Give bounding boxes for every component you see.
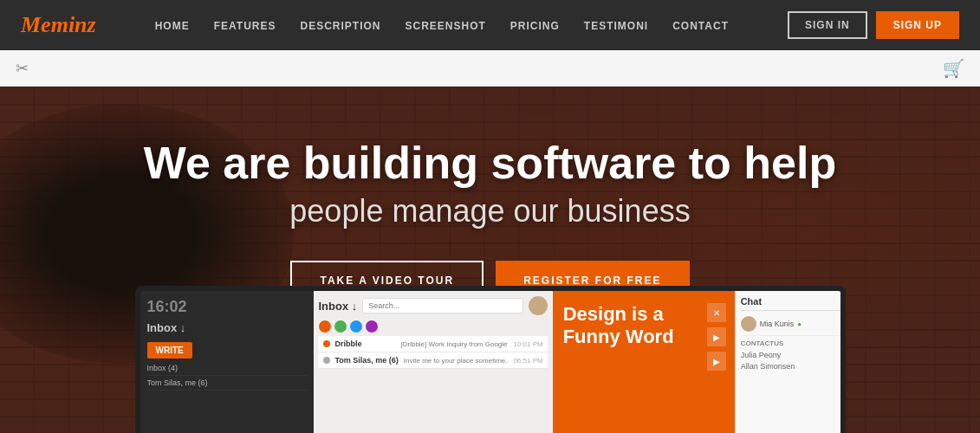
orange-title: Design is a Funny Word bbox=[563, 303, 724, 349]
contact-2: Allan Simonsen bbox=[741, 362, 846, 371]
app-screen: 16:02 Inbox ↓ WRITE Inbox (4) Tom Silas,… bbox=[135, 286, 846, 433]
navbar: Meminz HOME FEATURES DESCRIPTION SCREENS… bbox=[0, 0, 980, 50]
filter-dot-green[interactable] bbox=[334, 320, 347, 333]
filter-row bbox=[319, 320, 548, 333]
read-dot bbox=[323, 357, 330, 364]
inbox-item-2: Tom Silas, me (6) bbox=[147, 378, 307, 391]
navbar-actions: SIGN IN SIGN UP bbox=[788, 11, 959, 39]
nav-description[interactable]: DESCRIPTION bbox=[300, 20, 380, 32]
hero-title: We are building software to help bbox=[144, 139, 836, 188]
hero-subtitle: people manage our business bbox=[144, 193, 836, 229]
email-sender-2: Tom Silas, me (6) bbox=[335, 356, 399, 365]
expand-icon[interactable]: ✕ bbox=[707, 303, 726, 322]
online-dot: ● bbox=[797, 320, 802, 328]
app-orange-panel: Design is a Funny Word ✕ ▶ ▶ bbox=[553, 291, 735, 433]
brand-logo[interactable]: Meminz bbox=[21, 12, 96, 38]
orange-icons: ✕ ▶ ▶ bbox=[707, 303, 726, 371]
email-search[interactable] bbox=[362, 298, 522, 313]
unread-dot bbox=[323, 340, 330, 347]
email-subject-1: [Dribble] Work Inquiry from Google Inc. bbox=[401, 340, 509, 348]
nav-home[interactable]: HOME bbox=[155, 20, 190, 32]
email-time-1: 10:01 PM bbox=[513, 340, 542, 348]
arrow-right2-icon[interactable]: ▶ bbox=[707, 352, 726, 371]
filter-dot-purple[interactable] bbox=[366, 320, 378, 333]
chat-person-name: Mia Kunis bbox=[760, 320, 795, 328]
contacts-section: CONTACTUS Julia Peony Allan Simonsen bbox=[741, 335, 846, 371]
inbox-label: Inbox ↓ bbox=[147, 321, 307, 334]
email-row[interactable]: Dribble [Dribble] Work Inquiry from Goog… bbox=[319, 336, 548, 352]
tools-icon[interactable]: ✂ bbox=[16, 59, 29, 78]
arrow-right-icon[interactable]: ▶ bbox=[707, 327, 726, 346]
email-row[interactable]: Tom Silas, me (6) Invite me to your plac… bbox=[319, 352, 548, 369]
chat-avatar bbox=[741, 316, 756, 332]
toolbar-strip: ✂ 🛒 bbox=[0, 50, 980, 87]
nav-contact[interactable]: CONTACT bbox=[672, 20, 729, 32]
laptop-preview: 16:02 Inbox ↓ WRITE Inbox (4) Tom Silas,… bbox=[135, 286, 846, 433]
app-chat-panel: Chat Mia Kunis ● CONTACTUS Julia Peony A… bbox=[735, 291, 846, 433]
app-sidebar: 16:02 Inbox ↓ WRITE Inbox (4) Tom Silas,… bbox=[140, 291, 314, 433]
email-list-header: Inbox ↓ bbox=[319, 296, 548, 315]
app-email-list: Inbox ↓ Dribble [Dribble] Work Inquiry f… bbox=[314, 291, 553, 433]
signup-button[interactable]: SIGN UP bbox=[876, 11, 959, 39]
hero-content: We are building software to help people … bbox=[144, 139, 836, 301]
signin-button[interactable]: SIGN IN bbox=[788, 11, 867, 39]
email-sender-1: Dribble bbox=[335, 339, 396, 348]
filter-dot-orange[interactable] bbox=[319, 320, 331, 333]
hero-section: We are building software to help people … bbox=[0, 87, 980, 433]
contact-1: Julia Peony bbox=[741, 351, 846, 359]
chat-header: Chat bbox=[741, 296, 846, 311]
brand-name: Meminz bbox=[21, 12, 96, 37]
nav-testimoni[interactable]: TESTIMONI bbox=[584, 20, 648, 32]
inbox-title: Inbox ↓ bbox=[319, 300, 358, 313]
nav-pricing[interactable]: PRICING bbox=[510, 20, 560, 32]
filter-dot-blue[interactable] bbox=[350, 320, 362, 333]
contacts-label: CONTACTUS bbox=[741, 339, 846, 347]
nav-screenshot[interactable]: SCREENSHOT bbox=[405, 20, 485, 32]
user-avatar-small bbox=[529, 296, 548, 315]
chat-person: Mia Kunis ● bbox=[741, 316, 846, 332]
email-time-2: 06:51 PM bbox=[513, 357, 542, 365]
app-time: 16:02 bbox=[147, 298, 307, 316]
inbox-item-1: Inbox (4) bbox=[147, 364, 307, 376]
email-subject-2: Invite me to your place sometime... bbox=[404, 357, 509, 365]
write-button[interactable]: WRITE bbox=[147, 342, 192, 359]
cart-icon[interactable]: 🛒 bbox=[943, 58, 964, 79]
nav-links: HOME FEATURES DESCRIPTION SCREENSHOT PRI… bbox=[155, 17, 729, 33]
nav-features[interactable]: FEATURES bbox=[214, 20, 276, 32]
